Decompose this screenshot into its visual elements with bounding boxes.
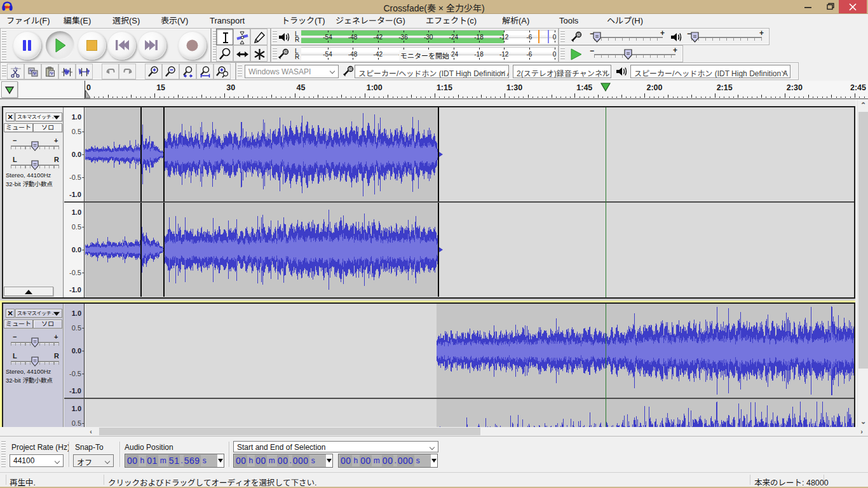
undo-button[interactable] bbox=[102, 64, 119, 79]
selection-start-field[interactable]: 00h00m00.000s bbox=[233, 454, 333, 468]
monitor-hint-text[interactable]: モニターを開始 bbox=[399, 50, 451, 60]
horizontal-scrollbar[interactable]: ‹ bbox=[85, 427, 855, 436]
menu-generate[interactable]: ジェネレーター(G) bbox=[336, 14, 405, 28]
horizontal-scrollbar-thumb[interactable] bbox=[99, 428, 480, 435]
pan-thumb-icon bbox=[31, 356, 39, 367]
toolbar-grip[interactable] bbox=[238, 65, 242, 78]
copy-button[interactable] bbox=[24, 64, 41, 79]
menu-tools[interactable]: Tools bbox=[559, 14, 578, 28]
project-rate-select[interactable]: 44100 bbox=[10, 454, 64, 467]
toolbar-grip[interactable] bbox=[560, 30, 565, 43]
toolbar-grip[interactable] bbox=[273, 48, 277, 60]
play-speed-slider-thumb[interactable] bbox=[624, 49, 632, 60]
track-panel[interactable]: ✕スキマスイッチ -ミュートソロ−+LRStereo, 44100Hz32-bi… bbox=[3, 304, 64, 427]
scroll-right-icon[interactable]: › bbox=[857, 427, 866, 436]
mute-button[interactable]: ミュート bbox=[4, 123, 33, 132]
solo-button[interactable]: ソロ bbox=[33, 123, 62, 132]
playback-device-select[interactable]: スピーカー/ヘッドホン (IDT High Definition A bbox=[630, 65, 790, 78]
selection-tool-button[interactable] bbox=[216, 29, 233, 45]
selection-mode-select[interactable]: Start and End of Selection bbox=[233, 441, 438, 452]
forward-button[interactable] bbox=[138, 31, 166, 60]
gain-slider-thumb[interactable] bbox=[31, 337, 39, 348]
scrollbar-corner[interactable]: › bbox=[855, 427, 868, 436]
playback-volume-slider-thumb[interactable] bbox=[691, 32, 699, 43]
track-vertical-ruler[interactable]: 1.00.50.0-0.5-1.01.00.50.0-0.5-1.0 bbox=[64, 304, 85, 427]
snap-to-select[interactable]: オフ bbox=[73, 454, 114, 467]
pan-slider-thumb[interactable] bbox=[31, 356, 39, 367]
redo-button[interactable] bbox=[119, 64, 136, 79]
stop-button[interactable] bbox=[78, 31, 106, 60]
envelope-tool-button[interactable] bbox=[233, 29, 250, 45]
timeline-label: 1:15 bbox=[437, 83, 452, 92]
track-collapse-button[interactable] bbox=[4, 287, 53, 296]
zoom-out-button[interactable] bbox=[162, 64, 179, 79]
zoom-toggle-button[interactable] bbox=[214, 64, 231, 79]
track-panel[interactable]: ✕スキマスイッチ -ミュートソロ−+LRStereo, 44100Hz32-bi… bbox=[3, 107, 64, 297]
toolbar-grip[interactable] bbox=[273, 30, 277, 43]
zoom-tool-button[interactable] bbox=[216, 45, 233, 62]
recording-channels-select[interactable]: 2(ステレオ)録音チャンネル bbox=[513, 65, 611, 78]
selection-end-field[interactable]: 00h00m00.000s bbox=[338, 454, 438, 468]
minimize-button[interactable] bbox=[796, 0, 820, 13]
time-spinner[interactable] bbox=[217, 454, 224, 467]
vertical-scrollbar[interactable]: ⌃ ⌄ bbox=[857, 99, 868, 427]
fit-selection-button[interactable] bbox=[179, 64, 196, 79]
draw-tool-button[interactable] bbox=[250, 29, 268, 45]
track-close-button[interactable]: ✕ bbox=[6, 309, 15, 318]
recording-volume-slider-thumb[interactable] bbox=[593, 32, 601, 43]
menu-analyze[interactable]: 解析(A) bbox=[502, 14, 529, 28]
recording-device-select[interactable]: スピーカー/ヘッドホン (IDT High Definition Au bbox=[355, 65, 509, 78]
record-button[interactable] bbox=[178, 31, 207, 60]
toolbar-grip[interactable] bbox=[2, 65, 6, 78]
pan-slider-thumb[interactable] bbox=[31, 160, 39, 170]
playhead-indicator-icon[interactable] bbox=[600, 83, 611, 92]
audio-position-field[interactable]: 00h01m51.569s bbox=[125, 454, 224, 468]
gain-slider-thumb[interactable] bbox=[31, 141, 39, 151]
menu-tracks[interactable]: トラック(T) bbox=[281, 14, 325, 28]
timeshift-tool-button[interactable] bbox=[233, 45, 250, 62]
toolbar-grip[interactable] bbox=[1, 440, 6, 468]
solo-button[interactable]: ソロ bbox=[33, 320, 62, 329]
zoom-in-icon bbox=[147, 65, 159, 78]
track-close-button[interactable]: ✕ bbox=[6, 112, 15, 121]
track-name-button[interactable]: スキマスイッチ - bbox=[15, 112, 62, 121]
multi-tool-button[interactable] bbox=[250, 45, 268, 62]
paste-button[interactable] bbox=[41, 64, 58, 79]
vertical-scrollbar-thumb[interactable] bbox=[858, 112, 868, 369]
menu-edit[interactable]: 編集(E) bbox=[64, 14, 91, 28]
menu-transport[interactable]: Transport bbox=[210, 14, 245, 28]
play-button[interactable] bbox=[46, 31, 74, 60]
cut-button[interactable] bbox=[7, 64, 24, 79]
audio-host-select[interactable]: Windows WASAPI bbox=[245, 65, 339, 78]
restore-button[interactable] bbox=[820, 0, 839, 13]
track-waveform-area[interactable] bbox=[85, 304, 854, 427]
fit-project-button[interactable] bbox=[196, 64, 214, 79]
menu-file[interactable]: ファイル(F) bbox=[6, 14, 50, 28]
menu-help[interactable]: ヘルプ(H) bbox=[607, 14, 643, 28]
menu-effect[interactable]: エフェクト(c) bbox=[426, 14, 477, 28]
mute-button[interactable]: ミュート bbox=[4, 320, 33, 329]
timeline-ruler[interactable]: 01530451:001:151:301:452:002:152:302:45 bbox=[0, 81, 868, 99]
time-spinner[interactable] bbox=[431, 454, 437, 467]
toolbar-grip[interactable] bbox=[560, 48, 565, 60]
copy-icon bbox=[27, 65, 39, 78]
title-bar[interactable]: Crossfade(奏 × 全力少年) bbox=[0, 0, 868, 14]
track-name-button[interactable]: スキマスイッチ - bbox=[15, 309, 62, 318]
pause-button[interactable] bbox=[13, 31, 41, 60]
scroll-up-icon[interactable]: ⌃ bbox=[858, 100, 868, 109]
trim-audio-button[interactable] bbox=[58, 64, 76, 79]
menu-select[interactable]: 選択(S) bbox=[112, 14, 140, 28]
toolbar-grip[interactable] bbox=[2, 30, 6, 60]
zoom-in-button[interactable] bbox=[145, 64, 162, 79]
scroll-down-icon[interactable]: ⌄ bbox=[858, 417, 868, 426]
rewind-button[interactable] bbox=[107, 31, 136, 60]
meter-peak-hold-blue bbox=[548, 30, 549, 43]
silence-audio-button[interactable] bbox=[76, 64, 93, 79]
scroll-left-icon[interactable]: ‹ bbox=[86, 427, 95, 436]
close-button[interactable] bbox=[839, 0, 867, 13]
menu-view[interactable]: 表示(V) bbox=[161, 14, 188, 28]
pin-triangle-icon bbox=[2, 82, 17, 97]
time-unit-label: h bbox=[354, 456, 358, 465]
timeline-options-button[interactable] bbox=[1, 81, 18, 98]
time-spinner[interactable] bbox=[326, 454, 332, 467]
